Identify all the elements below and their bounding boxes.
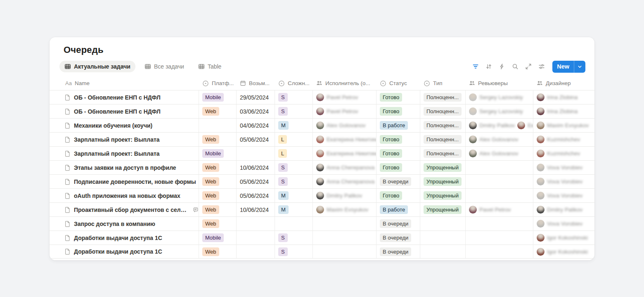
table-row[interactable]: Доработки выдачи доступа 1СMobileSВ очер… [50, 230, 594, 245]
cell-executor[interactable]: Екатерина Никитина [313, 133, 376, 146]
cell-platform[interactable]: Mobile [199, 90, 237, 104]
cell-name[interactable]: Зарплатный проект: Выплата [50, 147, 199, 160]
cell-designer[interactable]: Irina Zlobina [533, 105, 593, 118]
table-row[interactable]: Запрос доступа в компаниюWebВ очередиVov… [50, 216, 594, 230]
cell-type[interactable]: Полноценн... [420, 90, 466, 104]
cell-name[interactable]: Проактивный сбор документов с селлеров [50, 203, 199, 216]
cell-status[interactable]: В очереди [376, 175, 420, 188]
cell-name[interactable]: Подписание доверенности, новые формы [50, 175, 199, 188]
table-row[interactable]: ОБ - Обновление ЕНП с НДФЛMobile29/05/20… [50, 90, 594, 104]
expand-icon[interactable] [523, 61, 534, 72]
tab-0[interactable]: Актуальные задачи [59, 61, 135, 72]
cell-name[interactable]: Запрос доступа в компанию [50, 217, 199, 230]
cell-designer[interactable]: Maxim Evsyukov [533, 119, 593, 132]
cell-reviewers[interactable] [466, 217, 533, 230]
cell-date[interactable]: 29/05/2024 [237, 90, 275, 104]
new-button[interactable]: New [552, 61, 574, 73]
cell-executor[interactable] [313, 217, 376, 230]
cell-reviewers[interactable] [466, 245, 533, 258]
cell-complexity[interactable]: S [275, 231, 313, 245]
cell-status[interactable]: Готово [376, 147, 420, 160]
column-header-type[interactable]: Тип [420, 76, 466, 90]
cell-date[interactable]: 03/06/2024 [237, 105, 275, 118]
new-dropdown-button[interactable] [574, 61, 585, 73]
cell-name[interactable]: Доработки выдачи доступа 1С [50, 245, 199, 258]
cell-date[interactable]: 04/06/2024 [237, 119, 275, 132]
cell-designer[interactable]: Vova Vorobiev [533, 161, 593, 174]
cell-platform[interactable]: Mobile [199, 147, 237, 160]
filter-icon[interactable] [470, 61, 481, 72]
column-header-name[interactable]: AaName [50, 76, 199, 90]
cell-complexity[interactable]: M [275, 203, 313, 216]
cell-complexity[interactable]: S [275, 161, 313, 174]
cell-status[interactable]: В очереди [376, 217, 420, 230]
cell-designer[interactable]: Igor Kokoshinski [533, 245, 593, 258]
cell-status[interactable]: Готово [376, 161, 420, 174]
cell-reviewers[interactable]: Dmitry PalikovЕк [466, 119, 533, 132]
cell-status[interactable]: В очереди [376, 231, 420, 245]
column-header-status[interactable]: Статус [376, 76, 420, 90]
cell-complexity[interactable]: S [275, 175, 313, 188]
tab-2[interactable]: Table [193, 61, 226, 72]
settings-sliders-icon[interactable] [536, 61, 547, 72]
cell-reviewers[interactable]: Sergey Lazovskiy [466, 105, 533, 118]
cell-reviewers[interactable]: Sergey Lazovskiy [466, 90, 533, 104]
cell-type[interactable]: Полноценн... [420, 119, 466, 132]
cell-platform[interactable]: Web [199, 175, 237, 188]
table-row[interactable]: oAuth приложения на новых формахWeb05/06… [50, 188, 594, 202]
cell-type[interactable] [420, 217, 466, 230]
cell-date[interactable]: 05/06/2024 [237, 175, 275, 188]
cell-executor[interactable]: Anna Cherepanova [313, 175, 376, 188]
cell-reviewers[interactable] [466, 189, 533, 202]
column-header-complexity[interactable]: Сложн... [275, 76, 313, 90]
cell-executor[interactable]: Maxim Evsyukov [313, 203, 376, 216]
cell-complexity[interactable]: L [275, 147, 313, 160]
cell-reviewers[interactable]: Pavel Petrov [466, 203, 533, 216]
column-header-reviewers[interactable]: Ревьюверы [466, 76, 533, 90]
cell-platform[interactable]: Web [199, 133, 237, 146]
cell-type[interactable]: Упрощенный [420, 175, 466, 188]
cell-platform[interactable]: Web [199, 105, 237, 118]
cell-platform[interactable]: Web [199, 203, 237, 216]
cell-complexity[interactable] [275, 217, 313, 230]
cell-type[interactable]: Полноценн... [420, 105, 466, 118]
cell-type[interactable] [420, 231, 466, 245]
cell-executor[interactable]: Alex Golovanov [313, 119, 376, 132]
search-icon[interactable] [509, 61, 521, 72]
cell-status[interactable]: Готово [376, 105, 420, 118]
cell-designer[interactable]: Dmitry Palikov [533, 203, 593, 216]
cell-platform[interactable] [199, 119, 237, 132]
column-header-executor[interactable]: Исполнитель (о... [313, 76, 376, 90]
cell-designer[interactable]: Vova Vorobiev [533, 217, 593, 230]
zap-icon[interactable] [496, 61, 508, 72]
cell-type[interactable] [420, 245, 466, 258]
cell-executor[interactable] [313, 245, 376, 258]
cell-date[interactable]: 10/06/2024 [237, 161, 275, 174]
cell-reviewers[interactable]: Alex Golovanov [466, 147, 533, 160]
cell-designer[interactable]: Kuzmishchev [533, 147, 593, 160]
cell-reviewers[interactable]: Alex Golovanov [466, 133, 533, 146]
cell-status[interactable]: В работе [376, 203, 420, 216]
cell-name[interactable]: Механики обучения (коучи) [50, 119, 199, 132]
cell-name[interactable]: ОБ - Обновление ЕНП с НДФЛ [50, 90, 199, 104]
cell-executor[interactable]: Екатерина Никитина [313, 147, 376, 160]
cell-status[interactable]: В работе [376, 119, 420, 132]
table-row[interactable]: Доработки выдачи доступа 1СWebSВ очереди… [50, 245, 594, 259]
cell-complexity[interactable]: M [275, 189, 313, 202]
cell-executor[interactable]: Anna Cherepanova [313, 161, 376, 174]
cell-type[interactable]: Полноценн... [420, 133, 466, 146]
cell-executor[interactable]: Dmitry Palikov [313, 189, 376, 202]
table-row[interactable]: Зарплатный проект: ВыплатаMobileLЕкатери… [50, 146, 594, 160]
cell-status[interactable]: Готово [376, 133, 420, 146]
cell-platform[interactable]: Mobile [199, 231, 237, 245]
table-row[interactable]: Этапы заявки на доступ в профилеWeb10/06… [50, 160, 594, 174]
cell-type[interactable]: Полноценн... [420, 147, 466, 160]
cell-name[interactable]: Доработки выдачи доступа 1С [50, 231, 199, 245]
cell-status[interactable]: Готово [376, 189, 420, 202]
cell-reviewers[interactable] [466, 175, 533, 188]
cell-designer[interactable]: Irina Zlobina [533, 90, 593, 104]
table-row[interactable]: Зарплатный проект: ВыплатаWeb05/06/2024L… [50, 132, 594, 146]
cell-complexity[interactable]: M [275, 119, 313, 132]
cell-date[interactable] [237, 231, 275, 245]
cell-date[interactable] [237, 147, 275, 160]
